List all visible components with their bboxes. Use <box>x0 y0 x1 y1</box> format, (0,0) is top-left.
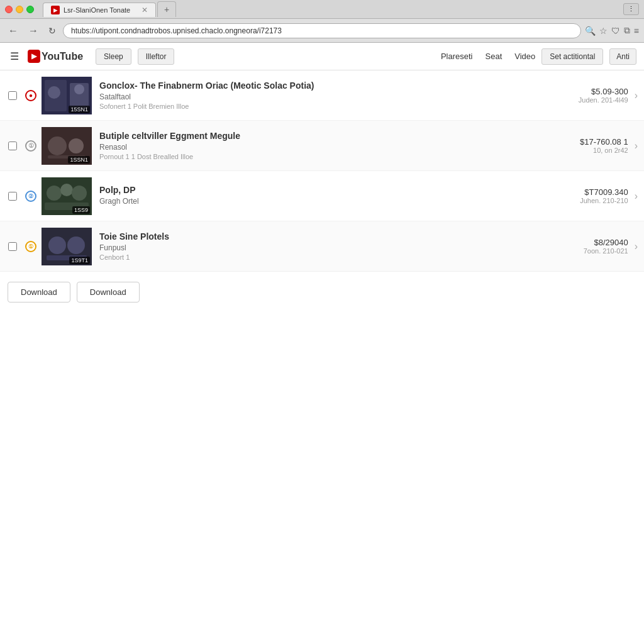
thumb-duration-1: 15SN1 <box>69 106 90 113</box>
expand-arrow-2[interactable]: › <box>635 140 638 152</box>
browser-tab-active[interactable]: ▶ Lsr-SlaniOnen Tonate ✕ <box>43 3 156 17</box>
video-thumbnail-4: 1S9T1 <box>42 228 92 265</box>
row-checkbox-2[interactable] <box>6 142 19 150</box>
stat-value-2: $17-760.08 1 <box>540 137 628 147</box>
download-section: Download Download <box>0 272 644 313</box>
tab-close-button[interactable]: ✕ <box>142 6 148 14</box>
video-info-3: Polp, DP Gragh Ortel <box>99 185 540 207</box>
video-channel-3: Gragh Ortel <box>99 197 540 206</box>
svg-point-6 <box>48 136 67 155</box>
anti-button[interactable]: Anti <box>609 48 636 65</box>
svg-point-16 <box>67 236 85 254</box>
expand-arrow-3[interactable]: › <box>635 191 638 202</box>
video-title-1: Gonclox- The Finabnerm Oriac (Meotic Sol… <box>99 80 540 91</box>
svg-point-4 <box>74 84 84 94</box>
video-info-2: Butiple celtviller Eggment Megule Renaso… <box>99 131 540 160</box>
status-badge: ② <box>25 191 36 202</box>
nav-seat[interactable]: Seat <box>486 52 502 61</box>
table-row: ● 15SN1 Gonclox- The <box>0 70 644 121</box>
video-thumbnail-1: 15SN1 <box>42 77 92 114</box>
thumb-duration-3: 1SS9 <box>72 206 90 214</box>
video-thumbnail-3: 1SS9 <box>42 177 92 215</box>
minimize-window-button[interactable] <box>16 6 23 13</box>
maximize-window-button[interactable] <box>26 6 34 13</box>
checkbox-2[interactable] <box>8 142 17 150</box>
bookmark-icon[interactable]: ☆ <box>599 26 608 36</box>
svg-point-11 <box>60 184 73 196</box>
video-info-4: Toie Sine Plotels Funpusl Cenbort 1 <box>99 231 540 261</box>
video-stats-4: $8/29040 7oon. 210-021 <box>540 238 628 255</box>
video-stats-2: $17-760.08 1 10, on 2r42 <box>540 137 628 154</box>
download-button-2[interactable]: Download <box>77 282 140 303</box>
video-title-2: Butiple celtviller Eggment Megule <box>99 131 540 141</box>
row-checkbox-4[interactable] <box>6 242 19 251</box>
video-thumbnail-2: 1SSN1 <box>42 127 92 165</box>
logo-icon: ▶ <box>28 50 40 63</box>
status-badge: ① <box>25 241 36 252</box>
logo-text: YouTube <box>42 51 83 62</box>
video-meta-2: Pornout 1 1 Dost Brealled Illoe <box>99 153 540 160</box>
sleep-button[interactable]: Sleep <box>96 48 131 65</box>
close-window-button[interactable] <box>5 6 13 13</box>
table-row: ① 1SSN1 Butiple celtviller Eggment M <box>0 121 644 171</box>
svg-point-10 <box>47 186 62 201</box>
status-indicator-4: ① <box>24 241 38 252</box>
browser-menu-icon[interactable]: ≡ <box>634 26 639 36</box>
search-icon[interactable]: 🔍 <box>585 26 596 36</box>
shield-icon[interactable]: 🛡 <box>611 26 620 36</box>
download-button-1[interactable]: Download <box>8 282 70 303</box>
title-bar: ▶ Lsr-SlaniOnen Tonate ✕ + ⋮ <box>0 0 644 19</box>
set-action-button[interactable]: Set actitiontal <box>541 48 603 65</box>
video-meta-4: Cenbort 1 <box>99 253 540 261</box>
table-row: ② 1SS9 Polp, DP <box>0 171 644 221</box>
thumb-duration-4: 1S9T1 <box>69 257 90 264</box>
header-nav: Plareseti Seat Video <box>441 52 535 61</box>
tab-bar: ▶ Lsr-SlaniOnen Tonate ✕ + <box>38 1 619 17</box>
checkbox-4[interactable] <box>8 242 17 251</box>
expand-arrow-1[interactable]: › <box>635 90 638 101</box>
page-content: ☰ ▶ YouTube Sleep Illeftor Plareseti Sea… <box>0 43 644 644</box>
site-header: ☰ ▶ YouTube Sleep Illeftor Plareseti Sea… <box>0 43 644 70</box>
browser-frame: ▶ Lsr-SlaniOnen Tonate ✕ + ⋮ ← → ↻ 🔍 ☆ 🛡… <box>0 0 644 644</box>
forward-button[interactable]: → <box>25 24 42 38</box>
status-indicator-1: ● <box>24 90 38 101</box>
status-indicator-2: ① <box>24 140 38 152</box>
video-meta-1: Sofonert 1 Polit Bremien Illoe <box>99 103 540 110</box>
back-button[interactable]: ← <box>5 24 21 38</box>
stat-date-1: Juden. 201-4l49 <box>540 96 628 104</box>
checkbox-3[interactable] <box>8 192 17 201</box>
stat-value-3: $T7009.340 <box>540 187 628 197</box>
video-channel-1: Satalftaol <box>99 92 540 101</box>
hamburger-menu[interactable]: ☰ <box>8 48 21 65</box>
address-bar: ← → ↻ 🔍 ☆ 🛡 ⧉ ≡ <box>0 19 644 43</box>
nav-playlist[interactable]: Plareseti <box>441 52 473 61</box>
status-badge: ● <box>25 90 36 101</box>
svg-point-7 <box>69 138 84 153</box>
filter-button[interactable]: Illeftor <box>138 48 175 65</box>
stat-date-4: 7oon. 210-021 <box>540 247 628 255</box>
extensions-icon[interactable]: ⧉ <box>624 25 630 36</box>
checkbox-1[interactable] <box>8 91 17 100</box>
traffic-lights <box>5 6 34 13</box>
address-input[interactable] <box>63 23 581 38</box>
row-checkbox-1[interactable] <box>6 91 19 100</box>
reload-button[interactable]: ↻ <box>45 25 59 37</box>
table-row: ① 1S9T1 Toie Sine Plotels <box>0 221 644 272</box>
address-icons: 🔍 ☆ 🛡 ⧉ ≡ <box>585 25 639 36</box>
video-channel-2: Renasol <box>99 143 540 152</box>
new-tab-button[interactable]: + <box>157 1 176 17</box>
video-channel-4: Funpusl <box>99 243 540 252</box>
status-indicator-3: ② <box>24 191 38 202</box>
stat-value-4: $8/29040 <box>540 238 628 247</box>
stat-value-1: $5.09-300 <box>540 87 628 96</box>
browser-menu-button[interactable]: ⋮ <box>623 3 639 15</box>
svg-point-3 <box>48 86 60 99</box>
site-logo: ▶ YouTube <box>28 50 83 63</box>
video-list: ● 15SN1 Gonclox- The <box>0 70 644 272</box>
expand-arrow-4[interactable]: › <box>635 241 638 252</box>
video-info-1: Gonclox- The Finabnerm Oriac (Meotic Sol… <box>99 80 540 110</box>
row-checkbox-3[interactable] <box>6 192 19 201</box>
nav-video[interactable]: Video <box>514 52 535 61</box>
status-badge: ① <box>25 140 36 152</box>
svg-point-12 <box>72 186 87 201</box>
